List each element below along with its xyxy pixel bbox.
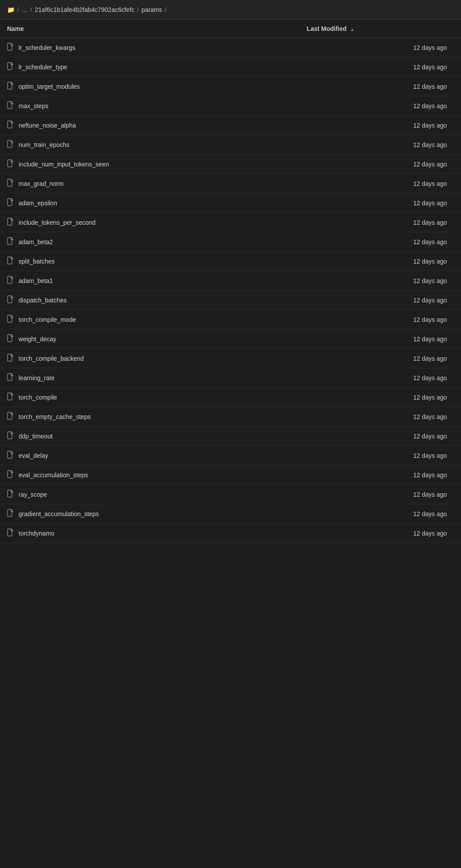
sort-indicator: ▲ xyxy=(350,27,355,32)
file-name: dispatch_batches xyxy=(19,297,67,304)
table-row[interactable]: adam_beta2 12 days ago xyxy=(0,232,461,252)
file-name-cell: eval_delay xyxy=(0,446,300,465)
file-name: ray_scope xyxy=(19,491,47,498)
table-row[interactable]: lr_scheduler_type 12 days ago xyxy=(0,57,461,77)
file-icon xyxy=(7,334,14,343)
file-icon xyxy=(7,373,14,382)
table-row[interactable]: eval_accumulation_steps 12 days ago xyxy=(0,465,461,485)
file-name: torch_empty_cache_steps xyxy=(19,413,91,420)
col-name-label: Name xyxy=(7,25,24,32)
table-row[interactable]: ray_scope 12 days ago xyxy=(0,485,461,504)
file-icon xyxy=(7,470,14,479)
file-name-cell: eval_accumulation_steps xyxy=(0,465,300,485)
table-row[interactable]: adam_beta1 12 days ago xyxy=(0,271,461,291)
file-name-cell: ddp_timeout xyxy=(0,426,300,446)
file-table: Name Last Modified ▲ lr_scheduler_kwargs… xyxy=(0,20,461,543)
table-row[interactable]: ddp_timeout 12 days ago xyxy=(0,426,461,446)
table-row[interactable]: dispatch_batches 12 days ago xyxy=(0,291,461,310)
file-modified: 12 days ago xyxy=(300,310,461,329)
file-modified: 12 days ago xyxy=(300,96,461,116)
file-name-cell: adam_beta2 xyxy=(0,232,300,252)
file-icon xyxy=(7,121,14,130)
file-icon xyxy=(7,218,14,227)
file-name-cell: include_num_input_tokens_seen xyxy=(0,155,300,174)
file-modified: 12 days ago xyxy=(300,446,461,465)
file-name: adam_beta2 xyxy=(19,238,53,245)
file-name: torch_compile xyxy=(19,394,57,401)
file-name: adam_epsilon xyxy=(19,200,57,207)
table-row[interactable]: torch_compile_backend 12 days ago xyxy=(0,349,461,368)
col-name-header[interactable]: Name xyxy=(0,20,300,38)
file-name-cell: adam_beta1 xyxy=(0,271,300,291)
file-modified: 12 days ago xyxy=(300,116,461,135)
table-row[interactable]: max_grad_norm 12 days ago xyxy=(0,174,461,193)
table-row[interactable]: weight_decay 12 days ago xyxy=(0,329,461,349)
file-modified: 12 days ago xyxy=(300,291,461,310)
file-modified: 12 days ago xyxy=(300,271,461,291)
breadcrumb: 📁 / … / 21af6c1b1afe4b2fab4c7902ac6cfefc… xyxy=(0,0,461,20)
col-modified-header[interactable]: Last Modified ▲ xyxy=(300,20,461,38)
file-icon xyxy=(7,412,14,421)
file-name: optim_target_modules xyxy=(19,83,80,90)
table-row[interactable]: torch_compile 12 days ago xyxy=(0,388,461,407)
file-name: neftune_noise_alpha xyxy=(19,122,76,129)
table-row[interactable]: lr_scheduler_kwargs 12 days ago xyxy=(0,38,461,57)
table-row[interactable]: optim_target_modules 12 days ago xyxy=(0,77,461,96)
table-row[interactable]: neftune_noise_alpha 12 days ago xyxy=(0,116,461,135)
file-icon xyxy=(7,179,14,188)
folder-icon: 📁 xyxy=(7,6,15,13)
file-icon xyxy=(7,295,14,305)
file-icon xyxy=(7,528,14,538)
file-modified: 12 days ago xyxy=(300,407,461,426)
breadcrumb-hash[interactable]: 21af6c1b1afe4b2fab4c7902ac6cfefc xyxy=(35,6,135,13)
file-name-cell: optim_target_modules xyxy=(0,77,300,96)
breadcrumb-params[interactable]: params xyxy=(141,6,162,13)
breadcrumb-sep-1: / xyxy=(17,6,19,13)
file-name-cell: neftune_noise_alpha xyxy=(0,116,300,135)
breadcrumb-sep-4: / xyxy=(165,6,166,13)
file-name-cell: learning_rate xyxy=(0,368,300,388)
file-icon xyxy=(7,62,14,72)
file-name-cell: gradient_accumulation_steps xyxy=(0,504,300,524)
table-row[interactable]: eval_delay 12 days ago xyxy=(0,446,461,465)
table-row[interactable]: learning_rate 12 days ago xyxy=(0,368,461,388)
file-name: adam_beta1 xyxy=(19,277,53,284)
file-icon xyxy=(7,354,14,363)
table-row[interactable]: torch_compile_mode 12 days ago xyxy=(0,310,461,329)
col-modified-label: Last Modified xyxy=(307,25,347,32)
file-name: split_batches xyxy=(19,258,55,265)
breadcrumb-ellipsis[interactable]: … xyxy=(22,6,28,13)
file-modified: 12 days ago xyxy=(300,77,461,96)
file-modified: 12 days ago xyxy=(300,524,461,543)
table-row[interactable]: torchdynamo 12 days ago xyxy=(0,524,461,543)
file-icon xyxy=(7,101,14,110)
file-name-cell: torch_compile_mode xyxy=(0,310,300,329)
file-name-cell: num_train_epochs xyxy=(0,135,300,155)
table-row[interactable]: gradient_accumulation_steps 12 days ago xyxy=(0,504,461,524)
file-icon xyxy=(7,451,14,460)
table-row[interactable]: torch_empty_cache_steps 12 days ago xyxy=(0,407,461,426)
table-row[interactable]: include_tokens_per_second 12 days ago xyxy=(0,213,461,232)
file-name: torch_compile_mode xyxy=(19,316,76,323)
table-row[interactable]: include_num_input_tokens_seen 12 days ag… xyxy=(0,155,461,174)
file-name-cell: torch_compile xyxy=(0,388,300,407)
file-icon xyxy=(7,43,14,52)
file-name: lr_scheduler_kwargs xyxy=(19,44,75,51)
file-icon xyxy=(7,237,14,246)
file-icon xyxy=(7,198,14,208)
file-icon xyxy=(7,159,14,169)
file-name: weight_decay xyxy=(19,336,57,343)
file-name-cell: split_batches xyxy=(0,252,300,271)
file-modified: 12 days ago xyxy=(300,232,461,252)
file-modified: 12 days ago xyxy=(300,426,461,446)
table-row[interactable]: max_steps 12 days ago xyxy=(0,96,461,116)
file-modified: 12 days ago xyxy=(300,155,461,174)
file-modified: 12 days ago xyxy=(300,465,461,485)
table-row[interactable]: num_train_epochs 12 days ago xyxy=(0,135,461,155)
table-row[interactable]: adam_epsilon 12 days ago xyxy=(0,193,461,213)
table-row[interactable]: split_batches 12 days ago xyxy=(0,252,461,271)
file-name-cell: adam_epsilon xyxy=(0,193,300,213)
file-name-cell: weight_decay xyxy=(0,329,300,349)
file-name-cell: ray_scope xyxy=(0,485,300,504)
file-modified: 12 days ago xyxy=(300,193,461,213)
